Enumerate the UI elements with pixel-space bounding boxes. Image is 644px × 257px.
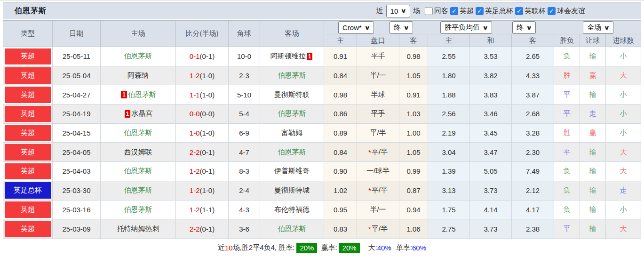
table-body: 英超 25-05-11 伯恩茅斯 0-1(0-1) 10-0 阿斯顿维拉1 0.… — [3, 47, 641, 239]
team-name[interactable]: 布伦特福德 — [274, 205, 310, 214]
eu-home-odds: 3.04 — [428, 143, 470, 162]
team-name[interactable]: 伯恩茅斯 — [124, 128, 152, 137]
team-name[interactable]: 伊普斯维奇 — [274, 167, 310, 176]
col-header-date: 日期 — [53, 21, 101, 47]
score-cell: 0-0(0-0) — [176, 104, 229, 124]
eu-home-odds: 2.75 — [428, 219, 470, 239]
away-team-cell: 布伦特福德 — [260, 201, 324, 220]
checkbox-label: 球会友谊 — [557, 7, 585, 16]
halftime-score: (0-1) — [200, 225, 215, 233]
match-date: 25-04-15 — [53, 124, 101, 143]
result-handicap: 输 — [580, 162, 606, 181]
team-name[interactable]: 阿斯顿维拉 — [270, 52, 306, 61]
red-card-badge: 1 — [307, 53, 313, 60]
team-name[interactable]: 伯恩茅斯 — [124, 52, 152, 61]
avg-odds-select[interactable]: 胜平负均值 ∨ — [440, 21, 492, 34]
ah-away-odds: 0.94 — [399, 201, 428, 220]
league-badge: 英超 — [5, 67, 51, 84]
league-badge: 英超 — [5, 201, 51, 218]
ah-away-odds: 1.03 — [399, 104, 428, 124]
eu-home-odds: 2.56 — [428, 104, 470, 124]
halftime-score: (0-1) — [200, 52, 215, 60]
page-title: 伯恩茅斯 — [15, 6, 47, 16]
checkbox-league-cup[interactable]: ✓ — [515, 7, 523, 15]
match-date: 25-03-16 — [53, 201, 101, 220]
home-team-cell: 1水晶宫 — [101, 104, 176, 124]
match-row: 英超 25-05-11 伯恩茅斯 0-1(0-1) 10-0 阿斯顿维拉1 0.… — [3, 47, 641, 66]
halftime-score: (0-1) — [200, 148, 215, 156]
team-name[interactable]: 伯恩茅斯 — [124, 205, 152, 214]
eu-draw-odds: 3.73 — [470, 181, 512, 201]
ah-home-odds: 0.90 — [324, 162, 357, 181]
league-badge: 英足总杯 — [5, 182, 51, 199]
team-name[interactable]: 伯恩茅斯 — [124, 167, 152, 176]
ah-away-odds: 0.87 — [399, 181, 428, 201]
col-header-home: 主场 — [101, 21, 176, 47]
team-name[interactable]: 水晶宫 — [131, 109, 152, 118]
chevron-down-icon: ∨ — [401, 8, 407, 14]
eu-away-odds: 3.28 — [512, 124, 554, 143]
halftime-score: (1-1) — [200, 206, 215, 214]
subheader-handicap: 让球 — [580, 34, 606, 47]
big-label: 大: — [368, 243, 377, 252]
match-date: 25-04-05 — [53, 143, 101, 162]
big-value: 40% — [377, 244, 391, 252]
home-team-cell: 1伯恩茅斯 — [101, 85, 176, 104]
away-team-cell: 伯恩茅斯 — [260, 143, 324, 162]
eu-away-odds: 2.38 — [512, 219, 554, 239]
ah-home-odds: 0.83 — [324, 219, 357, 239]
eu-away-odds: 4.17 — [512, 201, 554, 220]
checkbox-epl[interactable]: ✓ — [450, 7, 458, 15]
odds-company-select[interactable]: Crow* ∨ — [338, 21, 374, 34]
match-row: 英超 25-04-03 伯恩茅斯 1-2(0-1) 8-3 伊普斯维奇 0.90… — [3, 162, 641, 181]
fulltime-score: 2-2 — [190, 225, 200, 233]
team-name[interactable]: 伯恩茅斯 — [278, 71, 306, 80]
result-goals: 大 — [606, 66, 641, 86]
scope-select[interactable]: 全场 ∨ — [583, 21, 613, 34]
eu-away-odds: 2.30 — [512, 143, 554, 162]
score-cell: 2-2(0-1) — [176, 143, 229, 162]
match-date: 25-03-09 — [53, 219, 101, 239]
eu-home-odds: 1.88 — [428, 85, 470, 104]
score-cell: 1-2(1-0) — [176, 181, 229, 201]
unit-label: 场 — [413, 7, 420, 16]
home-team-cell: 西汉姆联 — [101, 143, 176, 162]
team-name[interactable]: 西汉姆联 — [124, 148, 152, 157]
team-name[interactable]: 伯恩茅斯 — [278, 109, 306, 118]
home-team-cell: 伯恩茅斯 — [101, 47, 176, 66]
corners: 4-3 — [229, 201, 260, 220]
ah-home-odds: 0.86 — [324, 104, 357, 124]
ah-line: *平/半 — [357, 181, 399, 201]
team-name[interactable]: 伯恩茅斯 — [128, 90, 156, 99]
odds-final-select[interactable]: 终 ∨ — [390, 21, 413, 34]
checkbox-same-venue[interactable] — [425, 7, 433, 15]
match-count-select[interactable]: 10 ∨ — [386, 5, 410, 17]
match-row: 英足总杯 25-03-30 伯恩茅斯 1-2(1-0) 2-4 曼彻斯特城 1.… — [3, 181, 641, 201]
team-name[interactable]: 伯恩茅斯 — [278, 225, 306, 233]
avg-final-select[interactable]: 终 ∨ — [512, 21, 536, 34]
fulltime-score: 1-2 — [190, 186, 200, 194]
eu-draw-odds: 4.14 — [470, 201, 512, 220]
match-date: 25-04-19 — [53, 104, 101, 124]
fulltime-score: 1-1 — [190, 91, 200, 99]
star-icon: * — [368, 148, 371, 156]
away-team-cell: 伯恩茅斯 — [260, 66, 324, 86]
team-name[interactable]: 伯恩茅斯 — [278, 148, 306, 157]
team-name[interactable]: 托特纳姆热刺 — [117, 225, 159, 233]
team-name[interactable]: 曼彻斯特城 — [274, 186, 310, 195]
home-team-cell: 托特纳姆热刺 — [101, 219, 176, 239]
checkbox-fa-cup[interactable]: ✓ — [476, 7, 484, 15]
team-name[interactable]: 富勒姆 — [281, 128, 302, 137]
halftime-score: (1-0) — [200, 72, 215, 80]
fulltime-score: 1-2 — [190, 167, 200, 175]
checkbox-club-friendly[interactable]: ✓ — [548, 7, 556, 15]
eu-home-odds: 3.13 — [428, 181, 470, 201]
corners: 5-10 — [229, 85, 260, 104]
result-handicap: 赢 — [580, 66, 606, 86]
chevron-down-icon: ∨ — [526, 24, 532, 31]
team-name[interactable]: 阿森纳 — [127, 71, 149, 80]
ah-home-odds: 1.02 — [324, 181, 357, 201]
team-name[interactable]: 曼彻斯特联 — [274, 90, 310, 99]
team-name[interactable]: 伯恩茅斯 — [124, 186, 152, 195]
checkbox-label: 英联杯 — [525, 7, 546, 16]
